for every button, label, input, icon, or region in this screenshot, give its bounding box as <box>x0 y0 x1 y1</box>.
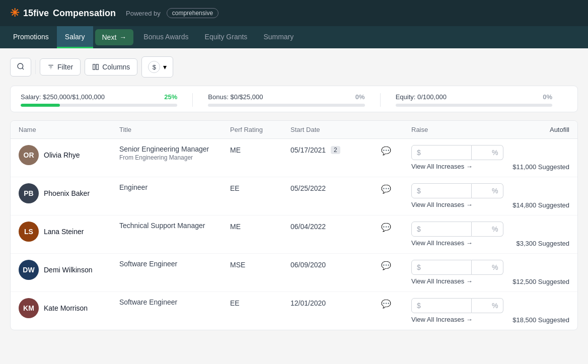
pct-input[interactable] <box>477 225 492 233</box>
comment-cell: 💬 <box>381 222 411 232</box>
budget-equity: Equity: 0/100,000 0% <box>380 93 567 107</box>
employees-table: Name Title Perf Rating Start Date Raise … <box>10 120 578 330</box>
pct-input[interactable] <box>477 187 492 195</box>
pct-input-wrapper: % <box>472 222 503 237</box>
pct-input-wrapper: % <box>472 183 503 198</box>
pct-input[interactable] <box>477 149 492 157</box>
start-date-cell: 06/09/2020 <box>290 260 381 269</box>
start-date: 12/01/2020 <box>290 299 326 307</box>
autofill-button[interactable]: Autofill <box>550 126 569 133</box>
start-date: 06/04/2022 <box>290 223 326 231</box>
view-all-increases-link[interactable]: View All Increases → <box>411 277 473 285</box>
logo-area: ✳ 15five Compensation <box>10 7 116 20</box>
dollar-input[interactable] <box>423 149 463 157</box>
pct-sign: % <box>492 263 498 271</box>
raise-bottom: View All Increases → $18,500 Suggested <box>411 315 569 324</box>
equity-progress-track <box>396 104 552 107</box>
table-row: KM Kate Morrison Software Engineer EE 12… <box>11 292 577 330</box>
search-button[interactable] <box>10 58 31 77</box>
comment-cell: 💬 <box>381 183 411 194</box>
dollar-input[interactable] <box>423 225 463 233</box>
avatar: OR <box>19 145 39 165</box>
raise-inputs: $ % <box>411 183 569 198</box>
tab-equity-grants[interactable]: Equity Grants <box>197 26 256 48</box>
suggested-amount: $18,500 Suggested <box>512 316 569 324</box>
tab-promotions[interactable]: Promotions <box>5 26 57 48</box>
view-all-increases-link[interactable]: View All Increases → <box>411 201 473 208</box>
comment-cell: 💬 <box>381 145 411 156</box>
raise-area: $ % View All Increases → $3,300 Suggeste… <box>411 222 569 247</box>
comment-cell: 💬 <box>381 298 411 309</box>
salary-progress-track <box>21 104 177 107</box>
dollar-sign: $ <box>417 225 421 233</box>
start-date: 05/25/2022 <box>290 184 326 192</box>
tab-next-button[interactable]: Next → <box>95 29 134 45</box>
svg-point-0 <box>18 63 23 69</box>
pct-input[interactable] <box>477 302 492 310</box>
job-title: Software Engineer <box>119 260 230 268</box>
powered-by-label: Powered by <box>126 10 161 17</box>
tab-summary[interactable]: Summary <box>255 26 302 48</box>
job-title: Engineer <box>119 183 230 191</box>
table-body: OR Olivia Rhye Senior Engineering Manage… <box>11 139 577 330</box>
comment-icon[interactable]: 💬 <box>381 223 391 232</box>
pct-sign: % <box>492 187 498 195</box>
view-all-increases-link[interactable]: View All Increases → <box>411 163 473 170</box>
chevron-down-icon: ▾ <box>163 63 167 71</box>
dollar-input[interactable] <box>423 187 463 195</box>
pct-sign: % <box>492 302 498 310</box>
app-name: 15five <box>23 8 49 19</box>
col-title: Title <box>119 126 230 133</box>
title-cell: Technical Support Manager <box>119 222 230 230</box>
comment-icon[interactable]: 💬 <box>381 184 391 194</box>
avatar: DW <box>19 260 39 280</box>
dollar-sign: $ <box>417 187 421 195</box>
salary-pct: 25% <box>164 93 177 101</box>
dollar-input[interactable] <box>423 302 463 310</box>
currency-button[interactable]: $ ▾ <box>141 56 173 78</box>
pct-input[interactable] <box>477 263 492 271</box>
powered-by-badge: comprehensive <box>167 8 218 18</box>
dollar-input[interactable] <box>423 263 463 271</box>
raise-area: $ % View All Increases → $12,500 Suggest… <box>411 260 569 285</box>
columns-button[interactable]: Columns <box>85 58 137 76</box>
table-row: OR Olivia Rhye Senior Engineering Manage… <box>11 139 577 177</box>
title-cell: Senior Engineering Manager From Engineer… <box>119 145 230 161</box>
pct-input-wrapper: % <box>472 260 503 275</box>
comment-icon[interactable]: 💬 <box>381 261 391 270</box>
suggested-amount: $3,300 Suggested <box>516 240 569 247</box>
pct-input-wrapper: % <box>472 145 503 160</box>
comment-icon[interactable]: 💬 <box>381 146 391 156</box>
perf-rating-cell: EE <box>230 183 290 192</box>
filter-icon <box>47 63 54 70</box>
suggested-amount: $12,500 Suggested <box>512 278 569 285</box>
raise-inputs: $ % <box>411 145 569 160</box>
employee-name: Phoenix Baker <box>44 189 90 197</box>
employee-cell-4: KM Kate Morrison <box>19 298 119 318</box>
top-bar: ✳ 15five Compensation Powered by compreh… <box>0 0 588 26</box>
main-content: Filter Columns $ ▾ Salary: $250,000/$1,0… <box>0 48 588 338</box>
equity-pct: 0% <box>543 93 552 101</box>
view-all-increases-link[interactable]: View All Increases → <box>411 239 473 247</box>
tab-bonus-awards[interactable]: Bonus Awards <box>135 26 196 48</box>
comment-cell: 💬 <box>381 260 411 270</box>
title-cell: Software Engineer <box>119 260 230 268</box>
avatar: PB <box>19 183 39 203</box>
table-row: DW Demi Wilkinson Software Engineer MSE … <box>11 254 577 292</box>
pct-input-wrapper: % <box>472 298 503 313</box>
employee-cell-0: OR Olivia Rhye <box>19 145 119 165</box>
pct-sign: % <box>492 149 498 157</box>
raise-bottom: View All Increases → $11,000 Suggested <box>411 162 569 171</box>
employee-name: Kate Morrison <box>44 304 88 312</box>
toolbar: Filter Columns $ ▾ <box>10 56 578 78</box>
tab-salary[interactable]: Salary <box>57 26 93 48</box>
bonus-pct: 0% <box>355 93 365 101</box>
job-title: Software Engineer <box>119 298 230 306</box>
dollar-sign: $ <box>417 149 421 157</box>
search-icon <box>17 62 25 70</box>
table-row: LS Lana Steiner Technical Support Manage… <box>11 215 577 254</box>
view-all-increases-link[interactable]: View All Increases → <box>411 316 473 323</box>
dollar-input-wrapper: $ <box>411 222 472 237</box>
comment-icon[interactable]: 💬 <box>381 299 391 309</box>
filter-button[interactable]: Filter <box>40 58 81 76</box>
